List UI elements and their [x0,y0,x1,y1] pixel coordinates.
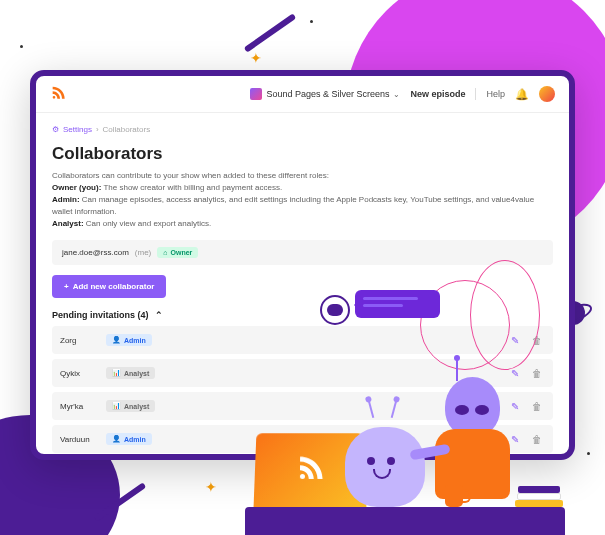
role-label: Analyst [124,370,149,377]
role-label: Admin [124,436,146,443]
owner-badge: ⌂ Owner [157,247,198,258]
show-thumbnail-icon [250,88,262,100]
breadcrumb-settings[interactable]: Settings [63,125,92,134]
star-icon: ✦ [250,50,262,66]
tall-alien-illustration [430,377,520,507]
rss-icon [295,451,325,488]
admin-role-desc: Can manage episodes, access analytics, a… [52,195,534,216]
analyst-role-label: Analyst: [52,219,84,228]
owner-email: jane.doe@rss.com [62,248,129,257]
intro-text: Collaborators can contribute to your sho… [52,170,553,182]
plus-icon: + [64,282,69,291]
analyst-role-desc: Can only view and export analytics. [84,219,212,228]
page-title: Collaborators [52,144,553,164]
dot-decor [310,20,313,23]
desk-illustration [245,507,565,535]
illustration [245,355,565,535]
invitee-name: Varduun [60,435,100,444]
role-icon: 📊 [112,369,121,377]
add-button-label: Add new collaborator [73,282,155,291]
role-badge: 👤Admin [106,334,152,346]
chevron-down-icon: ⌄ [393,90,400,99]
chevron-up-icon: ⌃ [155,310,163,320]
role-icon: 📊 [112,402,121,410]
breadcrumb-current: Collaborators [103,125,151,134]
role-badge: 📊Analyst [106,367,155,379]
pending-header-label: Pending invitations (4) [52,310,149,320]
invitee-name: Qykix [60,369,100,378]
dot-decor [20,45,23,48]
show-name-label: Sound Pages & Silver Screens [266,89,389,99]
divider [475,88,476,100]
owner-badge-label: Owner [171,249,193,256]
role-label: Analyst [124,403,149,410]
role-badge: 👤Admin [106,433,152,445]
show-selector[interactable]: Sound Pages & Silver Screens ⌄ [250,88,400,100]
pencil-decor [244,13,297,52]
admin-role-label: Admin: [52,195,80,204]
blob-alien-illustration [345,412,430,507]
new-episode-link[interactable]: New episode [410,89,465,99]
topbar: Sound Pages & Silver Screens ⌄ New episo… [36,76,569,113]
owner-me-label: (me) [135,248,151,257]
invitee-name: Zorg [60,336,100,345]
astronaut-icon [320,295,350,325]
role-icon: 👤 [112,336,121,344]
bell-icon[interactable]: 🔔 [515,88,529,101]
home-icon: ⌂ [163,249,167,256]
mug-illustration [445,485,463,507]
breadcrumb-separator: › [96,125,99,134]
add-collaborator-button[interactable]: + Add new collaborator [52,275,166,298]
help-link[interactable]: Help [486,89,505,99]
star-icon: ✦ [205,479,217,495]
rss-logo-icon[interactable] [50,84,66,104]
role-badge: 📊Analyst [106,400,155,412]
description: Collaborators can contribute to your sho… [52,170,553,230]
speech-bubble [355,290,440,318]
owner-row: jane.doe@rss.com (me) ⌂ Owner [52,240,553,265]
wire-decor [470,260,540,370]
avatar[interactable] [539,86,555,102]
gear-icon: ⚙ [52,125,59,134]
owner-role-desc: The show creator with billing and paymen… [101,183,282,192]
role-label: Admin [124,337,146,344]
dot-decor [587,452,590,455]
breadcrumb: ⚙ Settings › Collaborators [52,125,553,134]
books-illustration [515,485,565,507]
owner-role-label: Owner (you): [52,183,101,192]
invitee-name: Myr'ka [60,402,100,411]
role-icon: 👤 [112,435,121,443]
